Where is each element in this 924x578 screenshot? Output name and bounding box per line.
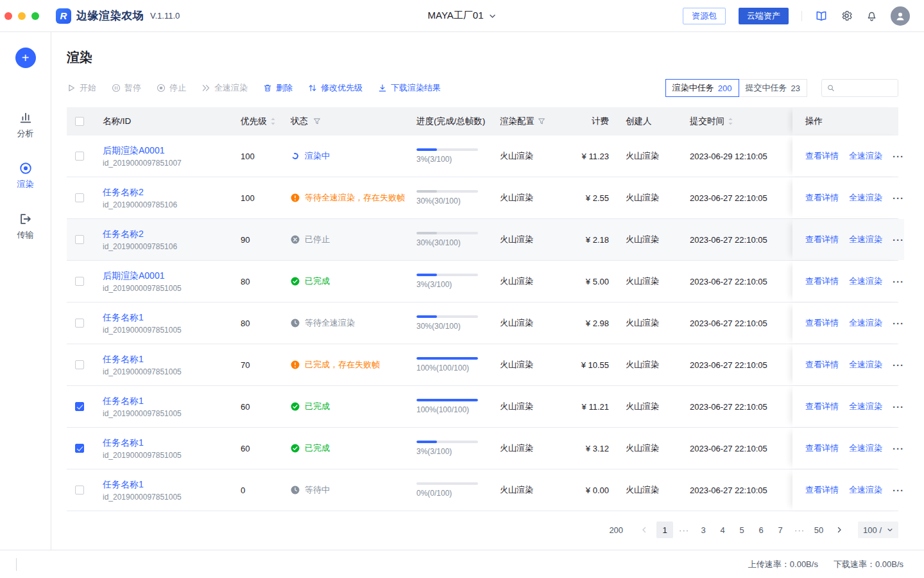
settings-gear-icon[interactable] xyxy=(841,10,853,22)
task-name-link[interactable]: 任务名称1 xyxy=(103,437,144,449)
table-row[interactable]: 任务名称2 id_201900009785106 90 已停止 30%(30/1… xyxy=(67,219,898,261)
tab-submitting-tasks[interactable]: 提交中任务 23 xyxy=(739,79,807,97)
more-actions-icon[interactable] xyxy=(893,152,904,161)
action-full-speed[interactable]: 全速渲染 xyxy=(849,317,882,329)
table-row[interactable]: 任务名称2 id_201900009785106 100 等待全速渲染，存在失败… xyxy=(67,177,898,219)
action-view-detail[interactable]: 查看详情 xyxy=(805,234,839,245)
table-row[interactable]: 后期渲染A0001 id_2019000097851007 100 渲染中 3%… xyxy=(67,136,898,177)
table-row[interactable]: 任务名称1 id_2019000097851005 80 等待全速渲染 30%(… xyxy=(67,302,898,344)
row-checkbox[interactable] xyxy=(75,152,84,161)
pause-button[interactable]: 暂停 xyxy=(112,82,141,94)
batch-actions: 开始 暂停 停止 全速渲染 删除 xyxy=(67,82,441,94)
task-config: 火山渲染 xyxy=(490,177,565,218)
page-button-1[interactable]: 1 xyxy=(656,521,673,538)
task-name-link[interactable]: 后期渲染A0001 xyxy=(103,145,164,157)
task-name-link[interactable]: 任务名称2 xyxy=(103,229,144,240)
page-button-4[interactable]: 4 xyxy=(714,521,731,538)
row-checkbox[interactable] xyxy=(75,402,84,411)
pagination-next-button[interactable] xyxy=(831,521,848,538)
select-all-checkbox[interactable] xyxy=(75,117,84,126)
row-checkbox[interactable] xyxy=(75,444,84,453)
action-full-speed[interactable]: 全速渲染 xyxy=(849,276,882,287)
factory-selector[interactable]: MAYA工厂01 xyxy=(428,10,497,22)
notifications-bell-icon[interactable] xyxy=(866,10,878,22)
status-filter-icon[interactable] xyxy=(313,118,321,125)
action-full-speed[interactable]: 全速渲染 xyxy=(849,401,882,412)
modify-priority-button[interactable]: 修改优先级 xyxy=(308,82,363,94)
action-view-detail[interactable]: 查看详情 xyxy=(805,484,839,496)
action-full-speed[interactable]: 全速渲染 xyxy=(849,484,882,496)
task-name-link[interactable]: 任务名称1 xyxy=(103,479,144,491)
task-name-link[interactable]: 任务名称2 xyxy=(103,187,144,198)
pagination-prev-button[interactable] xyxy=(636,521,653,538)
time-sort-icon[interactable] xyxy=(728,117,733,126)
page-button-6[interactable]: 6 xyxy=(753,521,769,538)
table-row[interactable]: 任务名称1 id_2019000097851005 60 已完成 100%(10… xyxy=(67,386,898,428)
docs-book-icon[interactable] xyxy=(815,10,828,22)
window-close-button[interactable] xyxy=(4,12,12,20)
table-row[interactable]: 后期渲染A0001 id_2019000097851005 80 已完成 3%(… xyxy=(67,261,898,302)
stop-button[interactable]: 停止 xyxy=(157,82,186,94)
page-button-7[interactable]: 7 xyxy=(772,521,789,538)
action-full-speed[interactable]: 全速渲染 xyxy=(849,192,882,204)
action-view-detail[interactable]: 查看详情 xyxy=(805,192,839,204)
more-actions-icon[interactable] xyxy=(893,235,904,245)
action-full-speed[interactable]: 全速渲染 xyxy=(849,442,882,454)
user-avatar[interactable] xyxy=(891,6,910,26)
row-checkbox[interactable] xyxy=(75,360,84,369)
search-input[interactable] xyxy=(839,83,893,93)
action-view-detail[interactable]: 查看详情 xyxy=(805,317,839,329)
task-name-link[interactable]: 任务名称1 xyxy=(103,396,144,407)
start-button[interactable]: 开始 xyxy=(67,82,96,94)
cloud-asset-button[interactable]: 云端资产 xyxy=(739,8,789,24)
action-view-detail[interactable]: 查看详情 xyxy=(805,359,839,371)
sidebar-item-render[interactable]: 渲染 xyxy=(17,161,34,190)
row-checkbox[interactable] xyxy=(75,277,84,286)
task-name-link[interactable]: 任务名称1 xyxy=(103,354,144,365)
page-button-50[interactable]: 50 xyxy=(810,521,827,538)
new-task-button[interactable] xyxy=(15,48,36,68)
row-checkbox[interactable] xyxy=(75,193,84,202)
chevron-down-icon xyxy=(488,12,496,20)
sidebar-item-transfer[interactable]: 传输 xyxy=(17,212,34,241)
task-config: 火山渲染 xyxy=(490,428,565,469)
status-cell: 已停止 xyxy=(280,219,406,260)
download-results-button[interactable]: 下载渲染结果 xyxy=(378,82,441,94)
action-full-speed[interactable]: 全速渲染 xyxy=(849,234,882,245)
full-speed-render-button[interactable]: 全速渲染 xyxy=(201,82,248,94)
row-checkbox[interactable] xyxy=(75,486,84,495)
sidebar-item-analysis[interactable]: 分析 xyxy=(17,110,34,139)
task-name-link[interactable]: 后期渲染A0001 xyxy=(103,270,164,282)
more-actions-icon[interactable] xyxy=(893,402,904,412)
task-name-link[interactable]: 任务名称1 xyxy=(103,312,144,324)
table-row[interactable]: 任务名称1 id_2019000097851005 0 等待中 0%(0/100… xyxy=(67,469,898,511)
tab-rendering-tasks[interactable]: 渲染中任务 200 xyxy=(665,79,739,97)
more-actions-icon[interactable] xyxy=(893,444,904,453)
window-zoom-button[interactable] xyxy=(31,12,39,20)
action-view-detail[interactable]: 查看详情 xyxy=(805,150,839,162)
more-actions-icon[interactable] xyxy=(893,319,904,328)
table-row[interactable]: 任务名称1 id_2019000097851005 70 已完成，存在失败帧 1… xyxy=(67,344,898,386)
row-checkbox[interactable] xyxy=(75,319,84,328)
action-view-detail[interactable]: 查看详情 xyxy=(805,276,839,287)
window-minimize-button[interactable] xyxy=(18,12,26,20)
resource-package-button[interactable]: 资源包 xyxy=(683,8,726,24)
table-row[interactable]: 任务名称1 id_2019000097851005 60 已完成 3%(3/10… xyxy=(67,428,898,469)
action-view-detail[interactable]: 查看详情 xyxy=(805,401,839,412)
page-button-3[interactable]: 3 xyxy=(695,521,712,538)
page-ellipsis: ··· xyxy=(791,521,808,538)
more-actions-icon[interactable] xyxy=(893,193,904,203)
more-actions-icon[interactable] xyxy=(893,277,904,286)
more-actions-icon[interactable] xyxy=(893,486,904,495)
delete-button[interactable]: 删除 xyxy=(263,82,293,94)
row-checkbox[interactable] xyxy=(75,235,84,244)
page-size-select[interactable]: 100 / xyxy=(858,521,898,538)
more-actions-icon[interactable] xyxy=(893,360,904,370)
config-filter-icon[interactable] xyxy=(538,118,545,125)
search-box[interactable] xyxy=(821,79,898,97)
action-full-speed[interactable]: 全速渲染 xyxy=(849,359,882,371)
action-full-speed[interactable]: 全速渲染 xyxy=(849,150,882,162)
page-button-5[interactable]: 5 xyxy=(733,521,750,538)
action-view-detail[interactable]: 查看详情 xyxy=(805,442,839,454)
priority-sort-icon[interactable] xyxy=(270,117,276,126)
